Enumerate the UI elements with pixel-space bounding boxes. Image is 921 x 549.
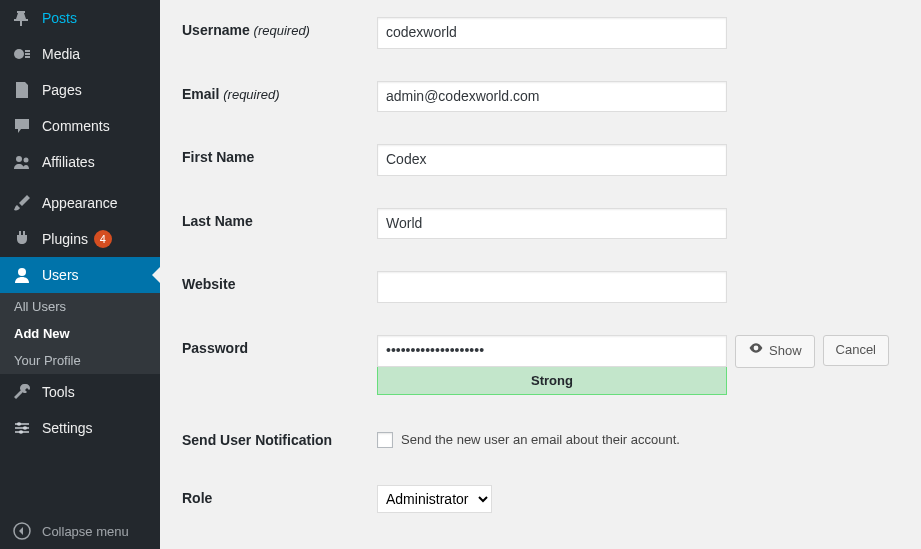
svg-point-3 <box>18 268 26 276</box>
page-icon <box>12 80 32 100</box>
svg-point-2 <box>24 158 29 163</box>
svg-point-0 <box>14 49 24 59</box>
sidebar-item-appearance[interactable]: Appearance <box>0 185 160 221</box>
admin-sidebar: Posts Media Pages Comments Affiliates Ap… <box>0 0 160 549</box>
svg-point-4 <box>17 422 21 426</box>
groups-icon <box>12 152 32 172</box>
password-label: Password <box>182 320 365 410</box>
eye-icon <box>748 340 764 363</box>
website-input[interactable] <box>377 271 727 303</box>
menu-label: Settings <box>42 420 93 436</box>
password-strength: Strong <box>377 367 727 395</box>
first-name-input[interactable] <box>377 144 727 176</box>
notification-checkbox-label[interactable]: Send the new user an email about their a… <box>377 432 889 448</box>
email-label: Email (required) <box>182 66 365 128</box>
cancel-password-button[interactable]: Cancel <box>823 335 889 366</box>
menu-label: Pages <box>42 82 82 98</box>
comment-icon <box>12 116 32 136</box>
show-password-button[interactable]: Show <box>735 335 815 368</box>
email-input[interactable] <box>377 81 727 113</box>
notification-label: Send User Notification <box>182 412 365 468</box>
plugin-icon <box>12 229 32 249</box>
add-user-form: Username (required) Email (required) Fir… <box>180 0 901 530</box>
website-label: Website <box>182 256 365 318</box>
svg-point-5 <box>23 426 27 430</box>
sidebar-item-plugins[interactable]: Plugins 4 <box>0 221 160 257</box>
password-input[interactable] <box>377 335 727 367</box>
username-label: Username (required) <box>182 2 365 64</box>
collapse-icon <box>12 521 32 541</box>
sidebar-item-tools[interactable]: Tools <box>0 374 160 410</box>
sidebar-item-pages[interactable]: Pages <box>0 72 160 108</box>
menu-label: Posts <box>42 10 77 26</box>
collapse-menu[interactable]: Collapse menu <box>0 513 160 549</box>
svg-point-1 <box>16 156 22 162</box>
svg-point-6 <box>19 430 23 434</box>
username-input[interactable] <box>377 17 727 49</box>
first-name-label: First Name <box>182 129 365 191</box>
menu-label: Users <box>42 267 79 283</box>
user-icon <box>12 265 32 285</box>
pin-icon <box>12 8 32 28</box>
role-label: Role <box>182 470 365 528</box>
update-badge: 4 <box>94 230 112 248</box>
menu-label: Appearance <box>42 195 118 211</box>
sidebar-item-media[interactable]: Media <box>0 36 160 72</box>
brush-icon <box>12 193 32 213</box>
notification-checkbox[interactable] <box>377 432 393 448</box>
submenu-all-users[interactable]: All Users <box>0 293 160 320</box>
users-submenu: All Users Add New Your Profile <box>0 293 160 374</box>
last-name-input[interactable] <box>377 208 727 240</box>
submenu-your-profile[interactable]: Your Profile <box>0 347 160 374</box>
sidebar-item-comments[interactable]: Comments <box>0 108 160 144</box>
main-content: Username (required) Email (required) Fir… <box>160 0 921 549</box>
submenu-add-new[interactable]: Add New <box>0 320 160 347</box>
menu-label: Affiliates <box>42 154 95 170</box>
sidebar-item-posts[interactable]: Posts <box>0 0 160 36</box>
collapse-label: Collapse menu <box>42 524 129 539</box>
menu-label: Media <box>42 46 80 62</box>
notification-text: Send the new user an email about their a… <box>401 432 680 447</box>
menu-label: Plugins <box>42 231 88 247</box>
sidebar-item-settings[interactable]: Settings <box>0 410 160 446</box>
sidebar-item-affiliates[interactable]: Affiliates <box>0 144 160 180</box>
media-icon <box>12 44 32 64</box>
role-select[interactable]: Administrator <box>377 485 492 513</box>
menu-label: Comments <box>42 118 110 134</box>
last-name-label: Last Name <box>182 193 365 255</box>
sidebar-item-users[interactable]: Users <box>0 257 160 293</box>
sliders-icon <box>12 418 32 438</box>
wrench-icon <box>12 382 32 402</box>
menu-label: Tools <box>42 384 75 400</box>
